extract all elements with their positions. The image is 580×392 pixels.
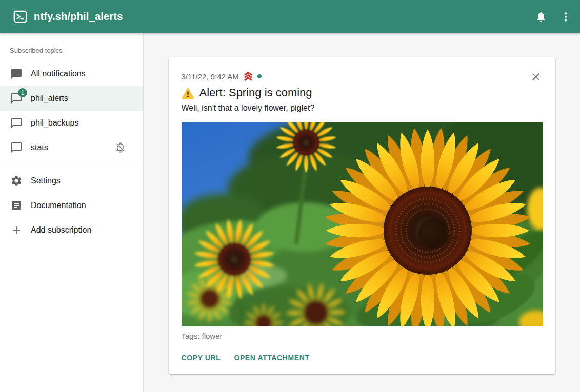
sidebar-item-label: All notifications bbox=[31, 69, 86, 78]
unread-count-badge: 1 bbox=[18, 88, 27, 97]
app-bar: ntfy.sh/phil_alerts bbox=[0, 0, 580, 33]
warning-emoji-icon bbox=[182, 87, 194, 99]
overflow-menu-icon[interactable] bbox=[559, 11, 572, 23]
notifications-bell-icon[interactable] bbox=[535, 11, 547, 23]
card-actions: COPY URL OPEN ATTACHMENT bbox=[182, 354, 543, 362]
notification-title-row: Alert: Spring is coming bbox=[182, 86, 543, 99]
plus-icon bbox=[10, 224, 23, 236]
main-content: 3/11/22, 9:42 AM bbox=[144, 33, 580, 392]
close-icon[interactable] bbox=[530, 71, 542, 83]
chat-bubble-filled-icon bbox=[10, 68, 23, 80]
appbar-actions bbox=[535, 11, 572, 23]
tags-line: Tags: flower bbox=[182, 332, 543, 340]
sidebar-item-phil-backups[interactable]: phil_backups bbox=[0, 111, 143, 135]
sidebar-item-label: Add subscription bbox=[31, 225, 91, 235]
notification-card: 3/11/22, 9:42 AM bbox=[169, 57, 555, 374]
sidebar-item-label: phil_backups bbox=[31, 118, 78, 128]
gear-icon bbox=[10, 175, 23, 187]
sidebar-divider bbox=[0, 164, 143, 164]
chat-bubble-outline-icon bbox=[10, 141, 23, 154]
sidebar-item-stats[interactable]: stats bbox=[0, 135, 143, 160]
sidebar-item-all-notifications[interactable]: All notifications bbox=[0, 61, 143, 86]
sidebar-item-label: Documentation bbox=[31, 201, 86, 210]
priority-high-icon bbox=[243, 71, 254, 82]
chat-bubble-outline-icon: 1 bbox=[10, 92, 23, 105]
sidebar: Subscribed topics All notifications 1 ph… bbox=[0, 33, 144, 392]
article-icon bbox=[10, 199, 23, 212]
sidebar-item-label: phil_alerts bbox=[31, 94, 68, 103]
notifications-off-icon[interactable] bbox=[114, 141, 127, 154]
chat-bubble-outline-icon bbox=[10, 117, 23, 129]
page-title: ntfy.sh/phil_alerts bbox=[34, 11, 123, 23]
copy-url-button[interactable]: COPY URL bbox=[182, 354, 221, 362]
sidebar-item-settings[interactable]: Settings bbox=[0, 169, 143, 193]
notification-title: Alert: Spring is coming bbox=[199, 86, 312, 99]
sidebar-item-add-subscription[interactable]: Add subscription bbox=[0, 218, 143, 242]
attachment-image[interactable] bbox=[182, 122, 543, 326]
sidebar-item-label: Settings bbox=[31, 176, 61, 185]
subscribed-topics-label: Subscribed topics bbox=[0, 42, 143, 61]
ntfy-terminal-logo-icon bbox=[13, 10, 27, 24]
sidebar-item-documentation[interactable]: Documentation bbox=[0, 193, 143, 218]
sidebar-item-phil-alerts[interactable]: 1 phil_alerts bbox=[0, 86, 143, 111]
notification-message: Well, isn't that a lovely flower, piglet… bbox=[182, 104, 543, 113]
unread-dot-icon bbox=[257, 74, 262, 78]
sidebar-item-label: stats bbox=[31, 143, 48, 152]
timestamp: 3/11/22, 9:42 AM bbox=[182, 72, 239, 81]
notification-meta: 3/11/22, 9:42 AM bbox=[182, 71, 543, 82]
open-attachment-button[interactable]: OPEN ATTACHMENT bbox=[234, 354, 309, 362]
